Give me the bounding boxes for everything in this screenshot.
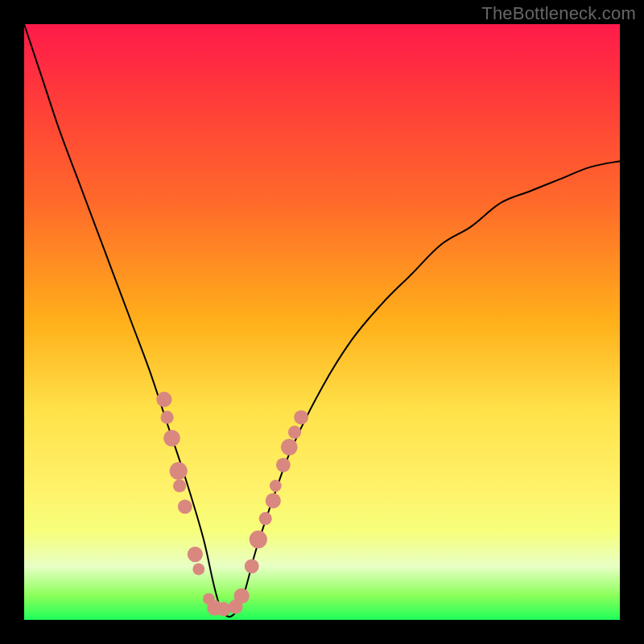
marker-dot [281, 439, 298, 456]
marker-dot [170, 462, 188, 480]
marker-dot [188, 547, 203, 562]
marker-dot [234, 588, 250, 604]
marker-dot [217, 602, 231, 617]
marker-dot [266, 493, 281, 508]
curve-layer [24, 24, 620, 620]
marker-points [156, 392, 308, 617]
marker-dot [259, 512, 272, 525]
marker-dot [156, 392, 171, 407]
plot-area [24, 24, 620, 620]
marker-dot [173, 479, 186, 492]
marker-dot [192, 564, 204, 576]
marker-dot [178, 500, 192, 514]
marker-dot [270, 480, 282, 492]
marker-dot [294, 411, 308, 425]
marker-dot [276, 458, 291, 473]
watermark-text: TheBottleneck.com [481, 3, 636, 24]
marker-dot [161, 411, 174, 423]
marker-dot [245, 559, 259, 574]
marker-dot [250, 530, 267, 548]
marker-dot [163, 430, 180, 447]
chart-frame: TheBottleneck.com [0, 0, 644, 644]
marker-dot [288, 426, 301, 439]
bottleneck-curve [24, 24, 620, 617]
